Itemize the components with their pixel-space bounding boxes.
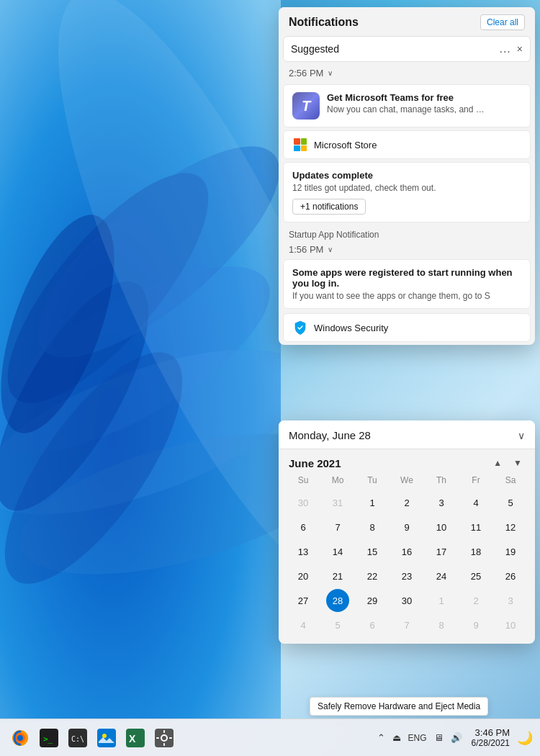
cal-cell[interactable]: 5 <box>326 613 349 636</box>
cal-cell[interactable]: 8 <box>430 613 453 636</box>
microsoft-store-icon <box>292 137 308 153</box>
close-suggested-button[interactable]: × <box>517 43 523 55</box>
day-name-sa: Sa <box>493 472 528 488</box>
cal-cell[interactable]: 9 <box>395 516 418 539</box>
cal-cell[interactable]: 18 <box>464 540 487 563</box>
taskbar-excel-icon[interactable]: X <box>122 725 148 751</box>
calendar-month-header: June 2021 ▲ ▼ <box>279 449 535 472</box>
cal-cell[interactable]: 6 <box>361 613 384 636</box>
windows-security-item[interactable]: Windows Security <box>283 313 531 342</box>
windows-security-label: Windows Security <box>314 323 388 333</box>
calendar-expand-icon[interactable]: ∨ <box>518 430 525 441</box>
teams-time: 2:56 PM <box>289 68 323 78</box>
cal-cell[interactable]: 27 <box>292 589 315 612</box>
cal-cell[interactable]: 11 <box>464 516 487 539</box>
taskbar-firefox-icon[interactable] <box>7 725 33 751</box>
startup-notification-item[interactable]: Some apps were registered to start runni… <box>283 259 531 309</box>
taskbar-right: ⌃ ⏏ ENG 🖥 🔊 3:46 PM 6/28/2021 🌙 <box>375 726 533 750</box>
cal-cell[interactable]: 20 <box>292 564 315 588</box>
notifications-count-button[interactable]: +1 notifications <box>292 199 366 215</box>
cal-cell[interactable]: 16 <box>395 540 418 563</box>
calendar-week-3: 13 14 15 16 17 18 19 <box>286 540 528 563</box>
cal-cell[interactable]: 14 <box>326 540 349 563</box>
svg-text:C:\: C:\ <box>71 735 84 743</box>
teams-notification-subtitle: Now you can chat, manage tasks, and cal <box>327 104 485 114</box>
day-name-tu: Tu <box>355 472 390 488</box>
tray-usb-icon[interactable]: ⏏ <box>390 731 403 744</box>
teams-time-header: 2:56 PM <box>279 62 535 81</box>
cal-cell[interactable]: 5 <box>499 491 522 514</box>
cal-cell[interactable]: 4 <box>464 491 487 514</box>
svg-text:X: X <box>129 733 136 744</box>
tray-lang-label[interactable]: ENG <box>406 732 429 744</box>
teams-notification-item[interactable]: T Get Microsoft Teams for free Now you c… <box>283 84 531 127</box>
teams-expand-icon[interactable] <box>328 69 333 77</box>
cal-cell[interactable]: 30 <box>292 491 315 514</box>
cal-cell[interactable]: 31 <box>326 491 349 514</box>
clock-area[interactable]: 3:46 PM 6/28/2021 <box>469 726 513 750</box>
calendar-prev-button[interactable]: ▲ <box>490 456 505 469</box>
notification-panel-title: Notifications <box>289 16 359 29</box>
calendar-panel: Monday, June 28 ∨ June 2021 ▲ ▼ Su Mo Tu… <box>279 420 535 644</box>
startup-app-section-label: Startup App Notification <box>279 225 535 241</box>
cal-cell[interactable]: 26 <box>499 564 522 588</box>
cal-cell[interactable]: 4 <box>292 613 315 636</box>
cal-cell[interactable]: 1 <box>430 589 453 612</box>
calendar-grid: Su Mo Tu We Th Fr Sa 30 31 1 2 3 4 5 6 7… <box>279 472 535 636</box>
cal-cell[interactable]: 24 <box>430 564 453 588</box>
calendar-week-6: 4 5 6 7 8 9 10 <box>286 613 528 636</box>
calendar-header[interactable]: Monday, June 28 ∨ <box>279 420 535 449</box>
microsoft-store-item[interactable]: Microsoft Store <box>283 130 531 159</box>
taskbar: >_ C:\ X <box>0 719 540 756</box>
cal-cell[interactable]: 1 <box>361 491 384 514</box>
taskbar-settings-icon[interactable] <box>151 725 177 751</box>
svg-rect-23 <box>163 730 165 733</box>
cal-cell[interactable]: 30 <box>395 589 418 612</box>
cal-cell[interactable]: 8 <box>361 516 384 539</box>
tray-volume-icon[interactable]: 🔊 <box>449 731 464 744</box>
updates-subtitle: 12 titles got updated, check them out. <box>292 183 521 193</box>
calendar-week-5: 27 28 29 30 1 2 3 <box>286 589 528 612</box>
calendar-month-label: June 2021 <box>289 457 341 469</box>
system-tray: ⌃ ⏏ ENG 🖥 🔊 <box>375 731 464 744</box>
night-mode-icon[interactable]: 🌙 <box>517 730 533 746</box>
cal-cell[interactable]: 7 <box>326 516 349 539</box>
cal-cell[interactable]: 6 <box>292 516 315 539</box>
more-options-icon[interactable]: ... <box>499 42 510 55</box>
cal-cell[interactable]: 19 <box>499 540 522 563</box>
cal-cell[interactable]: 2 <box>464 589 487 612</box>
cal-cell[interactable]: 3 <box>499 589 522 612</box>
taskbar-photos-icon[interactable] <box>94 725 120 751</box>
cal-cell[interactable]: 12 <box>499 516 522 539</box>
startup-expand-icon[interactable] <box>328 246 333 253</box>
cal-cell[interactable]: 10 <box>430 516 453 539</box>
cal-cell[interactable]: 13 <box>292 540 315 563</box>
microsoft-store-label: Microsoft Store <box>314 140 377 150</box>
cal-cell[interactable]: 29 <box>361 589 384 612</box>
calendar-next-button[interactable]: ▼ <box>510 456 525 469</box>
cal-cell[interactable]: 23 <box>395 564 418 588</box>
cal-cell-today[interactable]: 28 <box>326 589 349 612</box>
cal-cell[interactable]: 10 <box>499 613 522 636</box>
startup-sub-text: If you want to see the apps or change th… <box>292 291 521 301</box>
updates-notification-item[interactable]: Updates complete 12 titles got updated, … <box>283 162 531 222</box>
tray-network-icon[interactable]: 🖥 <box>432 731 446 744</box>
taskbar-terminal-icon[interactable]: >_ <box>36 725 62 751</box>
clock-time: 3:46 PM <box>475 727 510 738</box>
cal-cell[interactable]: 9 <box>464 613 487 636</box>
startup-time: 1:56 PM <box>289 244 323 255</box>
taskbar-cmd-icon[interactable]: C:\ <box>65 725 91 751</box>
calendar-day-names: Su Mo Tu We Th Fr Sa <box>286 472 528 488</box>
desktop-swirl <box>0 0 281 720</box>
cal-cell[interactable]: 7 <box>395 613 418 636</box>
clear-all-button[interactable]: Clear all <box>480 14 525 30</box>
cal-cell[interactable]: 17 <box>430 540 453 563</box>
cal-cell[interactable]: 15 <box>361 540 384 563</box>
tray-up-arrow-icon[interactable]: ⌃ <box>375 731 387 744</box>
cal-cell[interactable]: 3 <box>430 491 453 514</box>
cal-cell[interactable]: 25 <box>464 564 487 588</box>
cal-cell[interactable]: 2 <box>395 491 418 514</box>
svg-rect-17 <box>97 729 116 747</box>
cal-cell[interactable]: 22 <box>361 564 384 588</box>
cal-cell[interactable]: 21 <box>326 564 349 588</box>
